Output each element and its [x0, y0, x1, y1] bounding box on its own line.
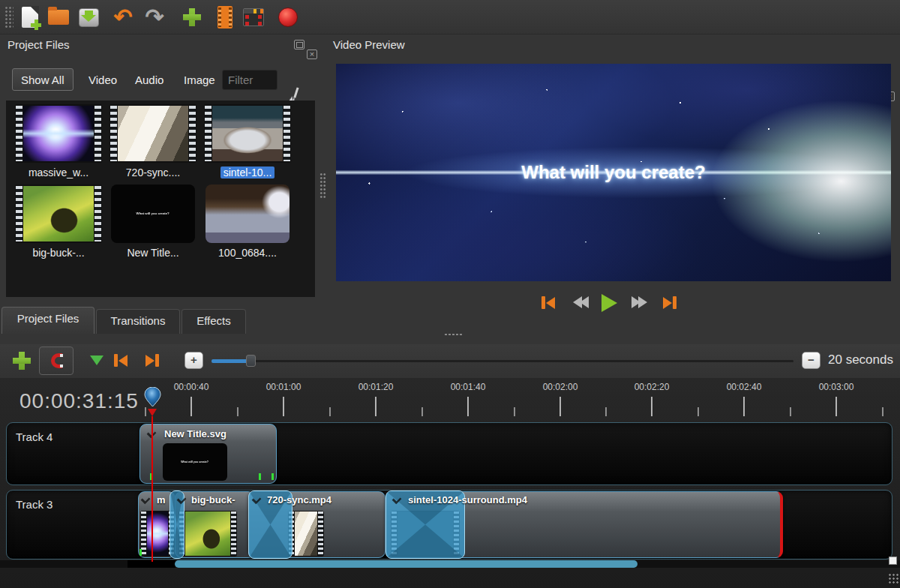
file-name: 100_0684....: [215, 247, 280, 259]
ruler-tick-label: 00:02:00: [530, 382, 590, 392]
filter-audio-button[interactable]: Audio: [126, 68, 172, 91]
jump-end-icon: [663, 297, 672, 309]
file-item-massive[interactable]: massive_w...: [14, 104, 104, 179]
save-project-button[interactable]: [75, 4, 102, 31]
undo-button[interactable]: ↶: [110, 4, 136, 31]
clip-thumbnail: [288, 511, 324, 556]
ruler-tick-label: 00:02:20: [622, 382, 682, 392]
timeline-hscrollbar-handle[interactable]: [175, 560, 638, 568]
clip-new-title[interactable]: New Title.svg What will you create?: [140, 424, 277, 484]
filter-input[interactable]: [222, 70, 278, 90]
ruler-tick-label: 00:01:40: [438, 382, 498, 392]
jump-start-button[interactable]: [542, 296, 555, 309]
add-marker-button[interactable]: [90, 356, 104, 365]
close-panel-icon[interactable]: ×: [307, 50, 317, 59]
undo-icon: ↶: [113, 6, 132, 28]
track-4-name: Track 4: [16, 430, 52, 443]
jump-end-button[interactable]: [663, 296, 676, 309]
zoom-in-button[interactable]: +: [184, 352, 203, 369]
save-icon: [79, 8, 99, 27]
rewind-button[interactable]: [573, 296, 589, 308]
export-video-button[interactable]: [274, 4, 302, 31]
video-thumbnail: [15, 104, 102, 163]
playhead-arrow: [148, 409, 157, 416]
video-overlay-text: What will you create?: [336, 162, 891, 183]
next-marker-icon: [146, 355, 154, 367]
clip-label: m: [157, 494, 166, 506]
redo-icon: ↷: [145, 6, 164, 28]
ruler-tick-label: 00:01:00: [254, 382, 314, 392]
filter-video-button[interactable]: Video: [80, 68, 126, 91]
timeline-zoom-slider-handle[interactable]: [246, 355, 256, 367]
previous-marker-icon: [114, 354, 118, 367]
magnet-icon: [51, 353, 62, 368]
new-project-icon: [22, 7, 38, 28]
preview-timeline-splitter-handle[interactable]: [444, 333, 464, 336]
play-icon: [602, 294, 617, 312]
ruler-tick-label: 00:01:20: [346, 382, 406, 392]
clip-label: big-buck-: [191, 494, 236, 506]
choose-profile-button[interactable]: [212, 4, 238, 31]
file-item-720sync[interactable]: 720-sync....: [108, 104, 198, 179]
timeline: 00:00:31:15 00:00:40 00:01:00 00:01:20 0…: [0, 378, 900, 588]
clip-label: 720-sync.mp4: [267, 494, 332, 506]
open-project-button[interactable]: [45, 4, 72, 31]
title-thumbnail-text: What will you create?: [136, 212, 170, 215]
clip-thumbnail-text: What will you create?: [182, 460, 209, 464]
playhead-timecode: 00:00:31:15: [20, 389, 139, 413]
fast-forward-button[interactable]: [632, 296, 647, 308]
timeline-zoom-slider-fill: [212, 359, 249, 363]
timeline-zoom-slider[interactable]: [212, 360, 794, 362]
play-button[interactable]: [602, 294, 617, 312]
file-item-bigbuck[interactable]: big-buck-...: [14, 184, 104, 260]
clip-label: New Title.svg: [164, 428, 226, 440]
video-thumbnail: [110, 104, 196, 163]
file-name: 720-sync....: [123, 166, 183, 178]
redo-button[interactable]: ↷: [141, 4, 168, 31]
file-name: New Title...: [124, 247, 182, 259]
panel-splitter-handle[interactable]: [320, 172, 326, 198]
clip-thumbnail: [178, 511, 237, 556]
add-track-icon: [13, 352, 31, 370]
file-item-sintel[interactable]: sintel-10...: [202, 104, 292, 179]
image-thumbnail: [206, 184, 290, 243]
tab-effects[interactable]: Effects: [182, 309, 246, 334]
filter-image-button[interactable]: Image: [175, 68, 224, 91]
file-item-newtitle[interactable]: What will you create? New Title...: [108, 184, 198, 260]
window-resize-grip[interactable]: [888, 573, 898, 584]
track-3[interactable]: Track 3: [6, 490, 892, 560]
next-marker-button[interactable]: [146, 354, 159, 367]
track-4[interactable]: Track 4 New Title.svg What will you crea…: [6, 422, 892, 485]
fullscreen-button[interactable]: [240, 4, 267, 31]
zoom-out-button[interactable]: −: [802, 352, 820, 369]
file-item-bedroom[interactable]: 100_0684....: [202, 184, 292, 260]
file-name-selected: sintel-10...: [220, 166, 275, 178]
add-track-button[interactable]: [13, 352, 31, 370]
record-icon: [278, 8, 298, 27]
video-thumbnail: [204, 104, 291, 163]
track-3-name: Track 3: [16, 498, 52, 511]
plus-icon: [183, 8, 201, 26]
scrollbar-corner[interactable]: [889, 556, 897, 565]
clip-thumbnail: What will you create?: [163, 443, 227, 481]
video-preview-display[interactable]: What will you create?: [336, 64, 891, 281]
import-files-button[interactable]: [178, 4, 206, 31]
toolbar-drag-handle[interactable]: [4, 6, 14, 28]
file-name: massive_w...: [26, 166, 92, 178]
playhead-line: [152, 416, 153, 562]
filmstrip-icon: [218, 6, 232, 28]
tab-transitions[interactable]: Transitions: [96, 309, 180, 334]
filter-show-all-button[interactable]: Show All: [12, 68, 74, 91]
float-panel-icon[interactable]: [294, 40, 304, 50]
snapping-toggle-button[interactable]: [39, 346, 74, 375]
ruler-tick-label: 00:02:40: [714, 382, 774, 392]
tab-project-files[interactable]: Project Files: [2, 307, 94, 334]
title-thumbnail: What will you create?: [111, 184, 195, 243]
ruler-tick-label: 00:03:00: [806, 382, 866, 392]
new-project-button[interactable]: [16, 4, 44, 31]
open-folder-icon: [48, 10, 69, 25]
screen-icon: [243, 8, 264, 26]
marker-icon: [90, 356, 104, 365]
playhead-marker[interactable]: [144, 387, 161, 406]
previous-marker-button[interactable]: [114, 354, 128, 367]
